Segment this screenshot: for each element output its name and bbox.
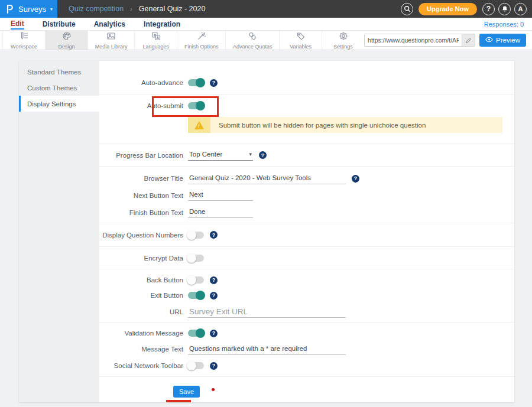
sidebar-item-custom-themes[interactable]: Custom Themes: [19, 80, 99, 96]
chevron-down-icon: ▾: [249, 151, 252, 157]
section-validation: Validation Message ? Message Text So: [99, 323, 514, 377]
section-navigation-buttons: Back Button ? Exit Button ?: [99, 269, 514, 323]
toolbar-item-workspace[interactable]: Workspace: [2, 31, 45, 50]
validation-message-label: Validation Message: [99, 330, 183, 337]
social-network-toolbar-toggle[interactable]: [188, 362, 204, 369]
section-save: Save: [99, 377, 514, 406]
edit-toolbar: Workspace Design Media Library Languages…: [0, 31, 532, 50]
tab-distribute[interactable]: Distribute: [43, 19, 76, 29]
browser-title-input[interactable]: [188, 173, 346, 184]
section-auto-submit: Auto-submit ! Submit button will be hidd…: [99, 98, 514, 144]
validation-message-toggle[interactable]: [188, 330, 204, 337]
section-auto-advance: Auto-advance ?: [99, 61, 514, 95]
auto-submit-warning: ! Submit button will be hidden for pages…: [188, 117, 502, 133]
exit-button-help-icon[interactable]: ?: [210, 292, 218, 299]
design-sidebar: Standard Themes Custom Themes Display Se…: [19, 61, 99, 402]
exit-button-label: Exit Button: [99, 292, 183, 299]
page-body: Standard Themes Custom Themes Display Se…: [0, 50, 532, 407]
notifications-bell-icon[interactable]: [498, 3, 511, 15]
social-network-toolbar-help-icon[interactable]: ?: [210, 362, 218, 370]
exit-url-input[interactable]: [188, 306, 346, 318]
breadcrumb-folder[interactable]: Quiz competition: [69, 5, 124, 13]
translate-icon: [151, 31, 161, 43]
surveys-product-menu[interactable]: Surveys ▾: [0, 0, 57, 18]
edit-url-pencil-icon[interactable]: [462, 34, 475, 46]
warning-icon-cell: !: [188, 117, 210, 133]
warning-text: Submit button will be hidden for pages w…: [210, 117, 502, 133]
image-icon: [106, 31, 116, 43]
toolbar-item-design[interactable]: Design: [45, 31, 87, 50]
exit-url-label: URL: [99, 308, 183, 315]
progress-bar-location-select[interactable]: Top Center ▾: [188, 149, 253, 161]
toolbar-item-advance-quotas[interactable]: Advance Quotas: [225, 31, 279, 50]
design-panel: Standard Themes Custom Themes Display Se…: [19, 61, 514, 402]
chevron-down-icon: ▾: [50, 6, 53, 12]
display-question-numbers-help-icon[interactable]: ?: [210, 231, 218, 239]
progress-bar-help-icon[interactable]: ?: [259, 151, 267, 159]
auto-submit-label: Auto-submit: [99, 102, 183, 109]
breadcrumb-separator-icon: ›: [130, 5, 132, 12]
help-icon[interactable]: ?: [482, 3, 495, 15]
auto-submit-toggle[interactable]: [188, 102, 204, 109]
sidebar-item-display-settings[interactable]: Display Settings: [19, 96, 99, 112]
encrypt-data-label: Encrypt Data: [99, 255, 183, 262]
survey-url-box: [364, 34, 475, 47]
tag-icon: [296, 31, 306, 43]
back-button-toggle[interactable]: [188, 276, 204, 284]
magic-wand-icon: [197, 31, 206, 43]
header-actions: Upgrade Now ? A: [401, 3, 532, 15]
encrypt-data-toggle[interactable]: [188, 255, 204, 262]
upgrade-now-button[interactable]: Upgrade Now: [419, 3, 477, 15]
message-text-input[interactable]: [188, 344, 346, 355]
save-button[interactable]: Save: [173, 386, 200, 398]
section-question-numbers: Display Question Numbers ?: [99, 223, 514, 247]
browser-title-label: Browser Title: [99, 175, 183, 182]
toolbar-item-media-library[interactable]: Media Library: [87, 31, 134, 50]
auto-advance-label: Auto-advance: [99, 79, 183, 86]
section-progress-bar: Progress Bar Location Top Center ▾ ?: [99, 144, 514, 167]
top-header: Surveys ▾ Quiz competition › General Qui…: [0, 0, 532, 18]
gear-icon: [339, 31, 348, 43]
section-text-fields: Browser Title ? Next Button Text Fin: [99, 167, 514, 223]
toolbar-item-variables[interactable]: Variables: [279, 31, 322, 50]
red-annotation-dot: [212, 388, 215, 391]
display-question-numbers-label: Display Question Numbers: [99, 232, 183, 239]
search-icon[interactable]: [401, 3, 413, 15]
questionpro-logo-icon: [5, 4, 14, 14]
display-question-numbers-toggle[interactable]: [188, 232, 204, 239]
survey-nav: Edit Distribute Analytics Integration Re…: [0, 18, 532, 31]
palette-icon: [62, 31, 72, 43]
tab-analytics[interactable]: Analytics: [94, 19, 125, 29]
next-button-text-input[interactable]: [188, 190, 253, 201]
tab-integration[interactable]: Integration: [144, 19, 180, 29]
responses-count[interactable]: Responses: 0: [484, 21, 524, 28]
breadcrumb-survey-name: General Quiz - 2020: [139, 5, 206, 13]
toolbar-item-finish-options[interactable]: Finish Options: [177, 31, 225, 50]
message-text-label: Message Text: [99, 346, 183, 353]
browser-title-help-icon[interactable]: ?: [352, 175, 359, 183]
workspace-list-icon: [20, 31, 29, 43]
survey-url-input[interactable]: [365, 34, 462, 46]
back-button-label: Back Button: [99, 276, 183, 284]
toolbar-right: Preview: [364, 31, 532, 50]
finish-button-text-label: Finish Button Text: [99, 209, 183, 216]
toolbar-item-settings[interactable]: Settings: [322, 31, 364, 50]
avatar[interactable]: A: [514, 3, 527, 15]
finish-button-text-input[interactable]: [188, 207, 253, 218]
progress-bar-location-label: Progress Bar Location: [99, 152, 183, 159]
next-button-text-label: Next Button Text: [99, 192, 183, 199]
tab-edit[interactable]: Edit: [11, 19, 24, 30]
section-encrypt-data: Encrypt Data: [99, 247, 514, 269]
questionpro-app: Surveys ▾ Quiz competition › General Qui…: [0, 0, 532, 407]
chain-links-icon: [248, 31, 257, 43]
auto-advance-toggle[interactable]: [188, 79, 204, 86]
red-annotation-underline: [166, 400, 191, 402]
sidebar-item-standard-themes[interactable]: Standard Themes: [19, 64, 99, 80]
toolbar-item-languages[interactable]: Languages: [134, 31, 177, 50]
exit-button-toggle[interactable]: [188, 292, 204, 299]
validation-message-help-icon[interactable]: ?: [210, 330, 218, 337]
eye-icon: [485, 37, 493, 44]
back-button-help-icon[interactable]: ?: [210, 276, 218, 284]
auto-advance-help-icon[interactable]: ?: [210, 79, 218, 87]
preview-button[interactable]: Preview: [479, 34, 526, 47]
